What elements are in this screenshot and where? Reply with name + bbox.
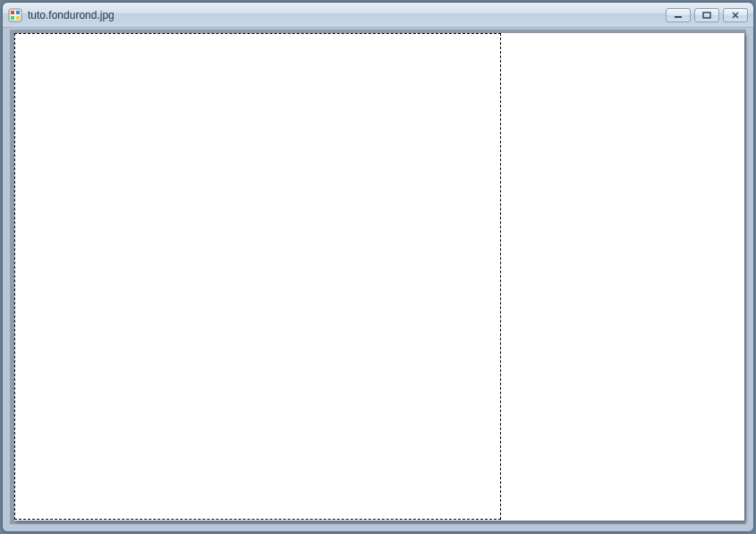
minimize-button[interactable] [666,8,691,22]
close-icon [731,12,740,19]
maximize-icon [702,12,711,19]
app-icon [8,8,22,22]
titlebar[interactable]: tuto.fondurond.jpg [3,3,753,28]
close-button[interactable] [723,8,748,22]
window-title: tuto.fondurond.jpg [28,9,666,21]
document-window: tuto.fondurond.jpg [2,2,754,532]
svg-rect-2 [16,11,20,14]
svg-rect-4 [16,16,20,20]
minimize-icon [674,12,683,19]
maximize-button[interactable] [694,8,719,22]
client-area [10,30,746,524]
canvas[interactable] [14,33,744,521]
svg-rect-6 [703,13,710,18]
window-controls [666,8,748,22]
svg-rect-5 [675,16,682,18]
selection-marquee [14,33,501,520]
svg-rect-1 [11,11,14,14]
svg-rect-3 [11,16,14,20]
